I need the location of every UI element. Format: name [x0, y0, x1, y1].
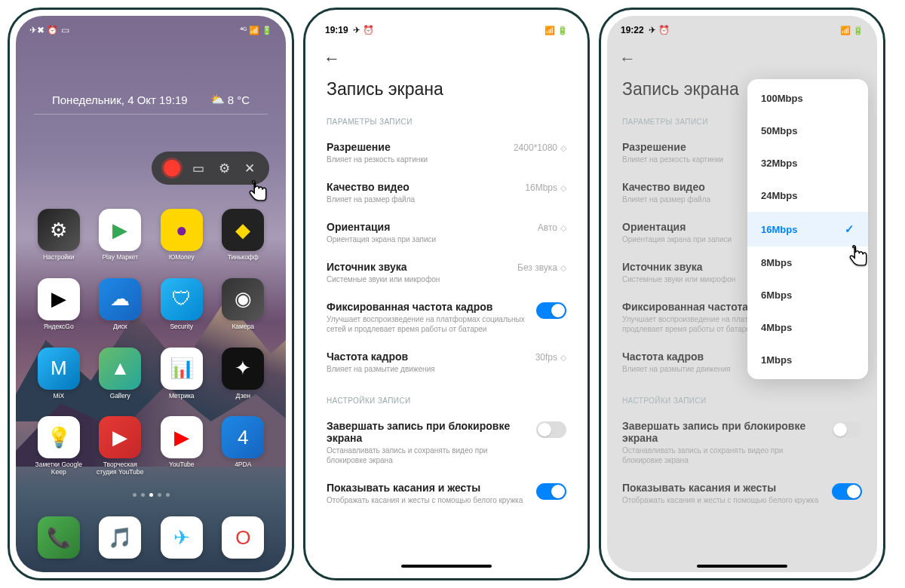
app-label: Тинькофф — [228, 254, 259, 262]
app-label: Метрика — [169, 393, 195, 400]
app-icon: ● — [161, 209, 203, 251]
dock-app[interactable]: 📞 — [32, 516, 85, 559]
app-icon: ◉ — [222, 278, 264, 320]
weather-temp: 8 °C — [228, 93, 250, 106]
toggle-stop-on-lock[interactable] — [832, 421, 862, 438]
date-text: Понедельник, 4 Окт 19:19 — [52, 93, 188, 106]
popup-option-32mbps[interactable]: 32Mbps — [747, 147, 868, 179]
status-bar: 19:19 ✈ ⏰ 📶 🔋 — [311, 16, 581, 40]
toggle-show-touches[interactable] — [832, 483, 862, 500]
app-icon: 📊 — [161, 348, 203, 390]
app-security[interactable]: 🛡Security — [155, 278, 208, 331]
status-icons-left: ✈✖ ⏰ ▭ — [29, 25, 69, 35]
dock-app[interactable]: 🎵 — [94, 516, 147, 559]
phone-1-home: ✈✖ ⏰ ▭ ⁴ᴳ 📶 🔋 Понедельник, 4 Окт 19:19 ⛅… — [8, 8, 294, 580]
popup-option-6mbps[interactable]: 6Mbps — [747, 279, 868, 311]
back-button[interactable]: ← — [324, 49, 340, 68]
popup-option-100mbps[interactable]: 100Mbps — [747, 82, 868, 115]
setting-stop-on-lock[interactable]: Завершать запись при блокировке экрана О… — [607, 412, 877, 474]
gesture-bar[interactable] — [401, 565, 492, 568]
chevron-updown-icon: ◇ — [560, 353, 566, 363]
app-icon: 📞 — [38, 516, 80, 559]
page-indicator — [16, 493, 286, 497]
folder-icon[interactable]: ▭ — [191, 161, 206, 176]
app-icon: 4 — [222, 416, 264, 458]
app-label: Gallery — [110, 393, 130, 400]
app-icon: M — [38, 348, 80, 390]
gesture-bar[interactable] — [697, 565, 787, 568]
quality-popup[interactable]: 100Mbps50Mbps32Mbps24Mbps16Mbps✓8Mbps6Mb… — [747, 79, 868, 379]
app-icon: ⚙ — [38, 209, 80, 251]
app-юmoney[interactable]: ●ЮMoney — [155, 209, 208, 262]
app-тинькофф[interactable]: ◆Тинькофф — [217, 209, 270, 262]
date-weather-widget[interactable]: Понедельник, 4 Окт 19:19 ⛅ 8 °C — [34, 40, 268, 115]
setting-audio-source[interactable]: Источник звука Системные звуки или микро… — [311, 253, 581, 293]
app-4pda[interactable]: 44PDA — [217, 416, 270, 476]
app-дзен[interactable]: ✦Дзен — [217, 348, 270, 400]
popup-option-50mbps[interactable]: 50Mbps — [747, 115, 868, 147]
section-label-settings: НАСТРОЙКИ ЗАПИСИ — [311, 392, 581, 412]
status-icons-left: ✈ ⏰ — [649, 25, 670, 35]
app-gallery[interactable]: ▲Gallery — [94, 348, 147, 400]
toggle-show-touches[interactable] — [536, 483, 566, 500]
app-icon: O — [222, 516, 264, 559]
app-камера[interactable]: ◉Камера — [217, 278, 270, 331]
phone-3-settings-popup: 19:22 ✈ ⏰ 📶 🔋 ← Запись экрана ПАРАМЕТРЫ … — [599, 8, 885, 580]
app-youtube[interactable]: ▶YouTube — [155, 416, 208, 476]
status-time: 19:19 — [325, 25, 348, 35]
app-заметки-google-keep[interactable]: 💡Заметки Google Keep — [32, 416, 85, 476]
popup-option-24mbps[interactable]: 24Mbps — [747, 179, 868, 212]
dock-app[interactable]: ✈ — [155, 516, 208, 559]
app-творческая-студия-youtube[interactable]: ▶Творческая студия YouTube — [94, 416, 147, 476]
back-button[interactable]: ← — [619, 49, 636, 68]
app-play-маркет[interactable]: ▶Play Маркет — [94, 209, 147, 262]
setting-resolution[interactable]: Разрешение Влияет на резкость картинки 2… — [311, 133, 581, 173]
setting-fps[interactable]: Частота кадров Влияет на размытие движен… — [311, 343, 581, 383]
setting-show-touches[interactable]: Показывать касания и жесты Отображать ка… — [607, 474, 877, 514]
setting-stop-on-lock[interactable]: Завершать запись при блокировке экрана О… — [311, 412, 581, 474]
chevron-updown-icon: ◇ — [560, 143, 566, 153]
setting-fixed-fps[interactable]: Фиксированная частота кадров Улучшает во… — [311, 293, 581, 343]
setting-orientation[interactable]: Ориентация Ориентация экрана при записи … — [311, 213, 581, 253]
app-mix[interactable]: MMiX — [32, 348, 85, 400]
cursor-hand-icon — [244, 177, 272, 206]
app-icon: ▲ — [99, 348, 141, 390]
app-label: Play Маркет — [102, 254, 138, 262]
toggle-fixed-fps[interactable] — [536, 302, 566, 319]
app-настройки[interactable]: ⚙Настройки — [32, 209, 85, 262]
phone-2-settings: 19:19 ✈ ⏰ 📶 🔋 ← Запись экрана ПАРАМЕТРЫ … — [303, 8, 590, 580]
chevron-updown-icon: ◇ — [560, 223, 566, 233]
dock-app[interactable]: O — [217, 516, 270, 559]
toggle-stop-on-lock[interactable] — [536, 421, 566, 438]
record-button[interactable] — [164, 160, 180, 176]
app-icon: ▶ — [99, 416, 141, 458]
app-label: ЯндексGo — [44, 323, 74, 331]
gear-icon[interactable]: ⚙ — [216, 161, 232, 176]
app-label: Творческая студия YouTube — [94, 461, 147, 476]
app-icon: ✈ — [161, 516, 203, 559]
app-icon: ▶ — [99, 209, 141, 251]
app-label: 4PDA — [235, 461, 251, 469]
popup-option-1mbps[interactable]: 1Mbps — [747, 344, 868, 376]
status-bar: 19:22 ✈ ⏰ 📶 🔋 — [607, 16, 877, 40]
app-icon: 🛡 — [161, 278, 203, 320]
app-icon: 🎵 — [99, 516, 141, 559]
app-icon: ✦ — [222, 348, 264, 390]
chevron-updown-icon: ◇ — [560, 183, 566, 193]
app-label: Security — [170, 323, 193, 331]
app-icon: ▶ — [38, 278, 80, 320]
app-яндексgo[interactable]: ▶ЯндексGo — [32, 278, 85, 331]
section-label-settings: НАСТРОЙКИ ЗАПИСИ — [607, 392, 877, 412]
app-icon: ◆ — [222, 209, 264, 251]
app-метрика[interactable]: 📊Метрика — [155, 348, 208, 400]
setting-quality[interactable]: Качество видео Влияет на размер файла 16… — [311, 173, 581, 213]
app-label: YouTube — [169, 461, 194, 469]
popup-option-4mbps[interactable]: 4Mbps — [747, 311, 868, 344]
app-icon: ▶ — [161, 416, 203, 458]
close-icon[interactable]: ✕ — [242, 161, 257, 176]
status-icons-right: 📶 🔋 — [840, 26, 864, 35]
chevron-updown-icon: ◇ — [560, 263, 566, 273]
app-label: Диск — [113, 323, 127, 331]
app-диск[interactable]: ☁Диск — [94, 278, 147, 331]
setting-show-touches[interactable]: Показывать касания и жесты Отображать ка… — [311, 474, 581, 514]
